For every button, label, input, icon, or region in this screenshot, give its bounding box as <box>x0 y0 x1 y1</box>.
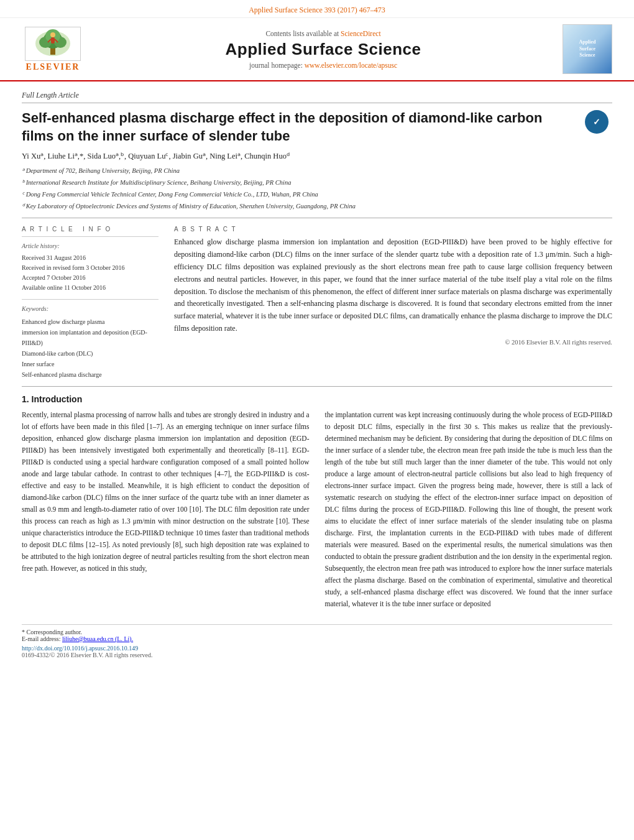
affiliation-a: ᵃ Department of 702, Beihang University,… <box>22 166 612 177</box>
keyword-0: Enhanced glow discharge plasma <box>22 316 158 327</box>
article-type: Full Length Article <box>22 91 612 103</box>
keyword-4: Self-enhanced plasma discharge <box>22 369 158 380</box>
journal-reference-link[interactable]: Applied Surface Science 393 (2017) 467–4… <box>249 6 385 14</box>
authors-text: Yi Xuᵃ, Liuhe Liᵃ,*, Sida Luoᵃ,ᵇ, Qiuyua… <box>22 152 290 160</box>
intro-col2-text: the implantation current was kept increa… <box>325 409 613 609</box>
svg-point-6 <box>50 32 55 37</box>
intro-heading: 1. Introduction <box>22 394 612 404</box>
homepage-url[interactable]: www.elsevier.com/locate/apsusc <box>305 62 397 69</box>
body-section: 1. Introduction Recently, internal plasm… <box>22 386 612 658</box>
abstract-text: Enhanced glow discharge plasma immersion… <box>174 236 612 335</box>
article-info-label: A R T I C L E I N F O <box>22 226 158 233</box>
email-link[interactable]: liliuhe@buaa.edu.cn (L. Li). <box>62 635 133 642</box>
elsevier-tree-icon <box>33 29 73 58</box>
received-revised-date: Received in revised form 3 October 2016 <box>22 263 158 273</box>
affiliations: ᵃ Department of 702, Beihang University,… <box>22 166 612 211</box>
doi-link[interactable]: http://dx.doi.org/10.1016/j.apsusc.2016.… <box>22 645 138 652</box>
journal-header: ELSEVIER Contents lists available at Sci… <box>0 18 634 81</box>
authors-line: Yi Xuᵃ, Liuhe Liᵃ,*, Sida Luoᵃ,ᵇ, Qiuyua… <box>22 151 612 161</box>
available-date: Available online 11 October 2016 <box>22 283 158 293</box>
elsevier-logo-box <box>25 27 81 61</box>
svg-rect-7 <box>51 37 55 44</box>
affiliation-b: ᵇ International Research Institute for M… <box>22 178 612 188</box>
affiliation-d: ᵈ Key Laboratory of Optoelectronic Devic… <box>22 201 612 212</box>
abstract-label: A B S T R A C T <box>174 226 612 233</box>
keywords-block: Keywords: Enhanced glow discharge plasma… <box>22 299 158 380</box>
intro-col1-text: Recently, internal plasma processing of … <box>22 409 310 575</box>
keyword-2: Diamond-like carbon (DLC) <box>22 348 158 359</box>
accepted-date: Accepted 7 October 2016 <box>22 273 158 283</box>
elsevier-brand-text: ELSEVIER <box>26 62 80 72</box>
journal-homepage: journal homepage: www.elsevier.com/locat… <box>93 62 553 69</box>
article-title: Self-enhanced plasma discharge effect in… <box>22 109 575 145</box>
article-title-section: Self-enhanced plasma discharge effect in… <box>22 109 612 145</box>
corresponding-text: * Corresponding author. <box>22 629 82 635</box>
contents-line: Contents lists available at ScienceDirec… <box>93 30 553 37</box>
homepage-text: journal homepage: <box>249 62 303 69</box>
page-wrapper: Applied Surface Science 393 (2017) 467–4… <box>0 0 634 840</box>
keyword-3: Inner surface <box>22 359 158 369</box>
article-content: Full Length Article Self-enhanced plasma… <box>0 81 634 668</box>
article-info-abstract: A R T I C L E I N F O Article history: R… <box>22 218 612 380</box>
crossmark-circle: ✓ <box>585 110 609 134</box>
journal-logo-right: AppliedSurfaceScience <box>559 24 615 74</box>
issn-line: 0169-4332/© 2016 Elsevier B.V. All right… <box>22 652 612 658</box>
article-info-block: Article history: Received 31 August 2016… <box>22 236 158 293</box>
elsevier-logo: ELSEVIER <box>19 27 87 72</box>
sciencedirect-link[interactable]: ScienceDirect <box>341 30 381 37</box>
affiliation-c: ᶜ Dong Feng Commercial Vehicle Technical… <box>22 190 612 200</box>
body-col-right: the implantation current was kept increa… <box>325 409 613 614</box>
journal-title-header: Applied Surface Science <box>93 40 553 59</box>
footnote-section: * Corresponding author. E-mail address: … <box>22 624 612 658</box>
corresponding-label: * Corresponding author. <box>22 629 612 635</box>
contents-text: Contents lists available at <box>265 30 339 37</box>
col-right: A B S T R A C T Enhanced glow discharge … <box>174 226 612 380</box>
copyright-line: © 2016 Elsevier B.V. All rights reserved… <box>174 339 612 346</box>
doi-line: http://dx.doi.org/10.1016/j.apsusc.2016.… <box>22 645 612 652</box>
col-left: A R T I C L E I N F O Article history: R… <box>22 226 158 380</box>
history-label: Article history: <box>22 241 158 251</box>
body-col-left: Recently, internal plasma processing of … <box>22 409 310 614</box>
keywords-label: Keywords: <box>22 303 158 314</box>
keyword-1: immersion ion implantation and depositio… <box>22 327 158 348</box>
crossmark-icon: ✓ <box>581 109 612 134</box>
email-label-text: E-mail address: <box>22 635 60 642</box>
journal-center: Contents lists available at ScienceDirec… <box>93 30 553 69</box>
journal-logo-box: AppliedSurfaceScience <box>563 24 612 74</box>
received-date: Received 31 August 2016 <box>22 253 158 263</box>
email-line: E-mail address: liliuhe@buaa.edu.cn (L. … <box>22 635 612 642</box>
journal-logo-text: AppliedSurfaceScience <box>576 37 598 61</box>
top-bar: Applied Surface Science 393 (2017) 467–4… <box>0 0 634 18</box>
two-col-body: Recently, internal plasma processing of … <box>22 409 612 614</box>
